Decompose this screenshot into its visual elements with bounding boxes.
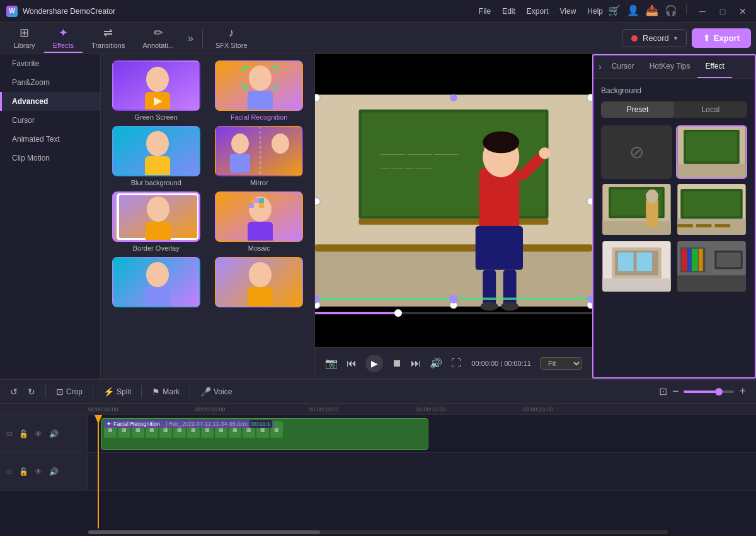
timeline-scrollbar[interactable] — [0, 528, 756, 536]
svg-rect-68 — [686, 132, 737, 161]
zoom-in-button[interactable]: + — [739, 385, 746, 398]
effects-label: Effects — [53, 42, 74, 49]
svg-rect-50 — [503, 270, 517, 307]
menu-export[interactable]: Export — [527, 7, 549, 16]
next-frame-button[interactable]: ⏭ — [411, 358, 421, 369]
zoom-track[interactable] — [684, 391, 734, 393]
clip-block-facial-recognition[interactable]: ✦ Facial Recognition | Rec_2022-07-12 11… — [101, 418, 428, 450]
tab-cursor[interactable]: Cursor — [604, 55, 642, 78]
track-02-audio[interactable]: 🔊 — [48, 428, 59, 440]
track-02-content[interactable]: ✦ Facial Recognition | Rec_2022-07-12 11… — [88, 415, 756, 452]
record-button[interactable]: Record ▾ — [622, 29, 687, 47]
menu-help[interactable]: Help — [587, 7, 603, 16]
play-button[interactable]: ▶ — [365, 355, 383, 372]
effect-card-mirror[interactable]: Mirror — [210, 126, 309, 186]
bg-option-none[interactable]: ⊘ — [601, 125, 672, 179]
svg-point-32 — [249, 262, 272, 287]
sidebar-item-favorite[interactable]: Favorite — [0, 54, 100, 73]
account-icon[interactable]: 👤 — [627, 4, 639, 18]
support-icon[interactable]: 🎧 — [665, 4, 677, 18]
download-icon[interactable]: 📥 — [646, 4, 658, 18]
redo-button[interactable]: ↻ — [28, 387, 35, 397]
bg-option-classroom1[interactable] — [676, 125, 747, 179]
effect-card-partial2[interactable] — [210, 257, 309, 310]
menu-file[interactable]: File — [479, 7, 491, 16]
video-progress-bar[interactable] — [315, 312, 592, 314]
sidebar-item-clip-motion[interactable]: Clip Motion — [0, 149, 100, 168]
effect-card-facial[interactable]: Facial Recognition — [210, 60, 309, 121]
track-01-lock[interactable]: 🔓 — [18, 466, 29, 477]
effect-thumb-border — [112, 191, 200, 242]
track-01-audio[interactable]: 🔊 — [48, 466, 59, 477]
sidebar-item-annotations[interactable]: ✏ Annotati... — [134, 23, 183, 53]
facial-visual — [216, 60, 302, 111]
svg-rect-6 — [248, 91, 273, 111]
effects-icon: ✦ — [59, 26, 68, 40]
sidebar-item-transitions[interactable]: ⇌ Transitions — [83, 23, 134, 53]
minimize-button[interactable]: ─ — [696, 4, 709, 18]
track-02-controls: 02 🔓 👁 🔊 — [0, 415, 88, 452]
split-label: Split — [117, 387, 131, 396]
cart-icon[interactable]: 🛒 — [608, 4, 621, 18]
effect-thumb-facial — [215, 60, 303, 111]
tab-hotkey-tips[interactable]: HotKey Tips — [642, 55, 698, 78]
scrollbar-thumb[interactable] — [88, 530, 320, 534]
track-01-visibility[interactable]: 👁 — [33, 466, 44, 477]
partial2-visual — [216, 257, 302, 307]
bg-option-office1[interactable] — [601, 240, 672, 294]
mirror-visual — [216, 126, 302, 176]
svg-point-51 — [481, 302, 498, 311]
sidebar-item-animated-text[interactable]: Animated Text — [0, 130, 100, 149]
sidebar-item-sfx[interactable]: ♪ SFX Store — [207, 24, 256, 53]
bg-option-office2[interactable] — [676, 240, 747, 294]
effect-card-partial1[interactable] — [107, 257, 205, 310]
svg-rect-33 — [248, 287, 273, 307]
svg-rect-23 — [249, 198, 254, 203]
bg-local-button[interactable]: Local — [674, 101, 747, 118]
more-tools-button[interactable]: » — [183, 33, 198, 44]
zoom-out-button[interactable]: − — [672, 385, 679, 398]
track-02-lock[interactable]: 🔓 — [18, 428, 29, 440]
svg-rect-11 — [216, 126, 302, 176]
sidebar-item-advanced[interactable]: Advanced — [0, 92, 100, 111]
separator — [202, 29, 203, 48]
track-02-visibility[interactable]: 👁 — [33, 428, 44, 440]
export-upload-icon: ⬆ — [703, 33, 710, 43]
svg-point-58 — [315, 198, 320, 205]
crop-tool[interactable]: ⊡ Crop — [56, 387, 83, 397]
split-tool[interactable]: ⚡ Split — [103, 387, 131, 397]
stop-button[interactable]: ⏹ — [392, 358, 402, 369]
total-time: 00:00:11 — [504, 360, 531, 367]
menu-view[interactable]: View — [560, 7, 576, 16]
close-button[interactable]: ✕ — [736, 4, 750, 18]
sidebar-item-effects[interactable]: ✦ Effects — [44, 23, 83, 53]
maximize-button[interactable]: □ — [716, 4, 730, 18]
screenshot-button[interactable]: 📷 — [325, 357, 338, 369]
mark-tool[interactable]: ⚑ Mark — [152, 387, 180, 397]
prev-frame-button[interactable]: ⏮ — [346, 358, 357, 369]
effect-card-border-overlay[interactable]: Border Overlay — [107, 191, 205, 252]
voice-tool[interactable]: 🎤 Voice — [200, 387, 232, 397]
export-button[interactable]: ⬆ Export — [692, 28, 751, 48]
sidebar-item-cursor[interactable]: Cursor — [0, 111, 100, 130]
effect-card-green-screen[interactable]: Green Screen — [107, 60, 205, 121]
sidebar-item-pan-zoom[interactable]: Pan&Zoom — [0, 73, 100, 92]
bg-preset-button[interactable]: Preset — [601, 101, 674, 118]
bg-option-classroom3[interactable] — [676, 183, 747, 236]
fit-select[interactable]: Fit 100% 75% 50% — [540, 357, 582, 370]
tab-effect[interactable]: Effect — [697, 55, 731, 78]
svg-point-53 — [450, 94, 457, 101]
volume-button[interactable]: 🔊 — [430, 357, 442, 369]
tab-nav-arrow[interactable]: › — [596, 57, 604, 77]
svg-point-14 — [272, 134, 289, 154]
fit-icon[interactable]: ⊡ — [659, 385, 667, 397]
effect-card-mosaic[interactable]: Mosaic — [210, 191, 309, 252]
undo-button[interactable]: ↺ — [10, 387, 18, 397]
fullscreen-button[interactable]: ⛶ — [451, 358, 461, 369]
sidebar-item-library[interactable]: ⊞ Library — [5, 23, 44, 53]
bg-option-classroom2[interactable] — [601, 183, 672, 236]
effect-card-blur-bg[interactable]: Blur background — [107, 126, 205, 186]
scrollbar-track[interactable] — [88, 530, 668, 534]
svg-rect-79 — [677, 224, 693, 227]
menu-edit[interactable]: Edit — [502, 7, 515, 16]
